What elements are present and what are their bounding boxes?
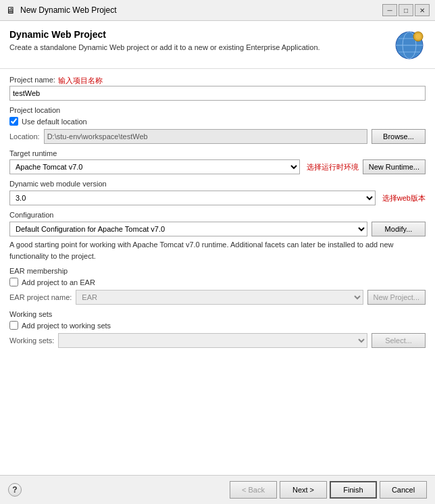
add-to-working-sets-checkbox[interactable]: [9, 321, 18, 330]
target-runtime-annotation: 选择运行时环境: [307, 162, 359, 172]
dialog-title: Dynamic Web Project: [9, 29, 320, 40]
form-area: Project name: 输入项目名称 Project location Us…: [0, 69, 435, 475]
web-module-version-row: Dynamic web module version 3.0 2.5 2.4 2…: [9, 180, 426, 205]
use-default-location-row: Use default location: [9, 117, 426, 126]
project-name-row: Project name: 输入项目名称: [9, 76, 426, 101]
dialog-header-text: Dynamic Web Project Create a standalone …: [9, 29, 320, 53]
title-bar: 🖥 New Dynamic Web Project ─ □ ✕: [0, 0, 435, 21]
configuration-input-row: Default Configuration for Apache Tomcat …: [9, 222, 426, 236]
dialog-content: Dynamic Web Project Create a standalone …: [0, 21, 435, 504]
add-to-ear-checkbox[interactable]: [9, 278, 18, 286]
target-runtime-row: Target runtime Apache Tomcat v7.0 None 选…: [9, 149, 426, 174]
dialog-header-icon: [393, 29, 426, 61]
location-input-row: Location: Browse...: [9, 129, 426, 144]
configuration-row: Configuration Default Configuration for …: [9, 211, 426, 261]
title-bar-text: New Dynamic Web Project: [20, 5, 382, 15]
working-sets-row: Working sets Add project to working sets…: [9, 310, 426, 348]
browse-button[interactable]: Browse...: [372, 129, 426, 144]
add-to-ear-row: Add project to an EAR: [9, 278, 426, 286]
target-runtime-label: Target runtime: [9, 149, 57, 157]
project-name-annotation: 输入项目名称: [58, 76, 103, 86]
minimize-button[interactable]: ─: [382, 4, 397, 16]
project-location-label: Project location: [9, 106, 426, 114]
working-sets-field-label: Working sets:: [9, 336, 54, 345]
location-input[interactable]: [44, 129, 367, 144]
modify-button[interactable]: Modify...: [372, 222, 426, 236]
ear-project-label: EAR project name:: [9, 293, 72, 301]
title-bar-controls: ─ □ ✕: [382, 4, 430, 16]
title-bar-icon: 🖥: [5, 5, 16, 16]
use-default-label[interactable]: Use default location: [22, 118, 87, 126]
project-name-input[interactable]: [9, 86, 426, 101]
configuration-hint: A good starting point for working with A…: [9, 239, 426, 261]
use-default-checkbox[interactable]: [9, 117, 18, 126]
svg-point-6: [415, 34, 421, 39]
ear-project-select[interactable]: EAR: [76, 290, 363, 305]
cancel-button[interactable]: Cancel: [380, 481, 427, 499]
working-sets-input-row: Working sets: Select...: [9, 333, 426, 348]
finish-button[interactable]: Finish: [330, 481, 377, 499]
project-name-label: Project name:: [9, 76, 55, 84]
close-button[interactable]: ✕: [415, 4, 430, 16]
add-to-ear-label[interactable]: Add project to an EAR: [22, 278, 95, 286]
configuration-select[interactable]: Default Configuration for Apache Tomcat …: [9, 222, 367, 236]
configuration-label: Configuration: [9, 211, 426, 219]
new-project-button[interactable]: New Project...: [367, 290, 426, 305]
button-bar-right: < Back Next > Finish Cancel: [230, 481, 427, 499]
web-module-version-select[interactable]: 3.0 2.5 2.4 2.3: [9, 191, 376, 205]
web-module-version-input-row: 3.0 2.5 2.4 2.3 选择web版本: [9, 191, 426, 205]
add-to-working-sets-row: Add project to working sets: [9, 321, 426, 330]
location-label: Location:: [9, 132, 40, 141]
web-module-version-label: Dynamic web module version: [9, 180, 426, 188]
ear-project-name-row: EAR project name: EAR New Project...: [9, 290, 426, 305]
maximize-button[interactable]: □: [399, 4, 413, 16]
button-bar: ? < Back Next > Finish Cancel: [0, 475, 435, 504]
select-working-sets-button[interactable]: Select...: [372, 333, 426, 348]
target-runtime-select[interactable]: Apache Tomcat v7.0 None: [9, 159, 300, 174]
dialog-header: Dynamic Web Project Create a standalone …: [0, 21, 435, 69]
ear-membership-row: EAR membership Add project to an EAR EAR…: [9, 267, 426, 305]
dialog-description: Create a standalone Dynamic Web project …: [9, 43, 320, 53]
working-sets-select[interactable]: [58, 333, 367, 348]
target-runtime-input-row: Apache Tomcat v7.0 None 选择运行时环境 New Runt…: [9, 159, 426, 174]
web-module-version-annotation: 选择web版本: [382, 193, 426, 203]
add-to-working-sets-label[interactable]: Add project to working sets: [22, 322, 111, 330]
help-button[interactable]: ?: [8, 483, 22, 497]
ear-membership-label: EAR membership: [9, 267, 426, 275]
back-button[interactable]: < Back: [230, 481, 277, 499]
button-bar-left: ?: [8, 483, 22, 497]
project-location-row: Project location Use default location Lo…: [9, 106, 426, 144]
working-sets-label: Working sets: [9, 310, 426, 318]
next-button[interactable]: Next >: [280, 481, 327, 499]
new-runtime-button[interactable]: New Runtime...: [363, 159, 426, 174]
